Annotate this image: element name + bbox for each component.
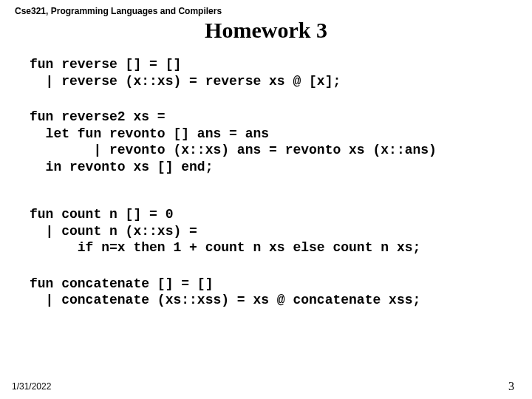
slide: Cse321, Programming Languages and Compil… [0, 0, 532, 399]
code-block-count: fun count n [] = 0 | count n (x::xs) = i… [30, 206, 517, 256]
course-header: Cse321, Programming Languages and Compil… [15, 6, 517, 16]
code-block-reverse2: fun reverse2 xs = let fun revonto [] ans… [30, 109, 517, 175]
page-number: 3 [508, 380, 514, 393]
spacer [15, 89, 517, 109]
spacer [15, 175, 517, 206]
footer-date: 1/31/2022 [12, 381, 51, 392]
code-block-concatenate: fun concatenate [] = [] | concatenate (x… [30, 276, 517, 309]
page-title: Homework 3 [15, 18, 517, 43]
code-block-reverse: fun reverse [] = [] | reverse (x::xs) = … [30, 56, 517, 89]
spacer [15, 256, 517, 276]
